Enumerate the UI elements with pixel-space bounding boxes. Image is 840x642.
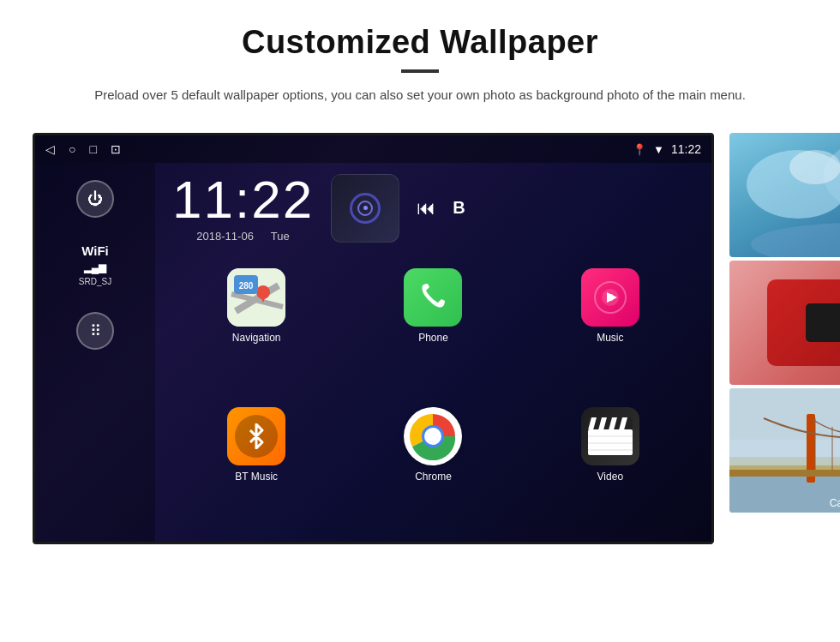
android-sidebar: ⏻ WiFi ▂▄▆ SRD_SJ ⠿ [35, 163, 155, 544]
wifi-status-icon: ▼ [653, 143, 664, 156]
content-area: ◁ ○ □ ⊡ 📍 ▼ 11:22 ⏻ WiFi ▂▄▆ SRD_SJ [0, 117, 840, 544]
prev-track-button[interactable]: ⏮ [417, 197, 435, 219]
video-label: Video [597, 471, 623, 483]
navigation-icon: 280 [227, 268, 285, 327]
phone-label: Phone [418, 332, 448, 344]
signal-ring-inner [357, 201, 373, 216]
svg-point-9 [607, 294, 614, 301]
power-button[interactable]: ⏻ [76, 180, 114, 218]
app-phone[interactable]: Phone [345, 261, 521, 400]
page-title: Customized Wallpaper [51, 24, 789, 61]
track-letter: B [453, 198, 465, 218]
signal-dot [363, 206, 368, 210]
title-divider [401, 69, 439, 73]
location-icon: 📍 [633, 143, 646, 156]
svg-text:280: 280 [239, 281, 254, 291]
nav-icons: ◁ ○ □ ⊡ [45, 142, 121, 156]
btmusic-label: BT Music [235, 471, 278, 483]
android-center: 11:22 2018-11-06 Tue [155, 163, 711, 544]
wifi-network: SRD_SJ [79, 277, 111, 286]
status-bar: ◁ ○ □ ⊡ 📍 ▼ 11:22 [35, 135, 711, 163]
clock-block: 11:22 2018-11-06 Tue [172, 173, 314, 243]
wallpaper-radio[interactable] [729, 261, 840, 385]
page-subtitle: Preload over 5 default wallpaper options… [94, 85, 746, 105]
bt-circle [235, 415, 278, 458]
clock-day: Tue [271, 230, 290, 243]
android-main: ⏻ WiFi ▂▄▆ SRD_SJ ⠿ 11:22 2018-11-06 [35, 163, 711, 544]
phone-icon [404, 268, 462, 327]
screenshot-icon[interactable]: ⊡ [111, 142, 121, 156]
svg-rect-18 [588, 429, 633, 455]
svg-rect-31 [729, 440, 840, 465]
back-icon[interactable]: ◁ [45, 142, 55, 156]
svg-point-12 [424, 428, 441, 445]
svg-rect-35 [729, 470, 840, 477]
chrome-label: Chrome [415, 471, 452, 483]
wifi-label: WiFi [79, 243, 111, 258]
android-screen: ◁ ○ □ ⊡ 📍 ▼ 11:22 ⏻ WiFi ▂▄▆ SRD_SJ [33, 133, 714, 544]
btmusic-icon [227, 407, 285, 465]
svg-rect-32 [729, 474, 840, 513]
navigation-label: Navigation [232, 332, 281, 344]
app-navigation[interactable]: 280 Navigation [168, 261, 345, 400]
music-label: Music [597, 332, 623, 344]
clock-date-value: 2018-11-06 [196, 230, 254, 243]
app-video[interactable]: Video [522, 400, 699, 539]
music-icon [581, 268, 639, 327]
recents-icon[interactable]: □ [89, 142, 96, 156]
svg-text:CarSetting: CarSetting [830, 497, 840, 509]
home-icon[interactable]: ○ [69, 142, 75, 156]
wifi-info: WiFi ▂▄▆ SRD_SJ [79, 243, 111, 286]
clock-area: 11:22 2018-11-06 Tue [155, 163, 711, 253]
apps-button[interactable]: ⠿ [76, 312, 114, 350]
status-right: 📍 ▼ 11:22 [633, 142, 701, 156]
wallpaper-bridge[interactable]: CarSetting [729, 388, 840, 513]
app-btmusic[interactable]: BT Music [168, 400, 345, 539]
chrome-icon [404, 407, 462, 465]
status-time: 11:22 [671, 142, 701, 156]
wifi-bars: ▂▄▆ [79, 261, 111, 273]
clock-date: 2018-11-06 Tue [172, 230, 314, 243]
clock-time: 11:22 [172, 173, 314, 226]
app-grid: 280 Navigation Phone [155, 253, 711, 544]
media-widget[interactable] [331, 174, 399, 243]
signal-ring [350, 193, 381, 224]
svg-point-26 [789, 150, 840, 184]
video-icon [581, 407, 639, 465]
page-header: Customized Wallpaper Preload over 5 defa… [0, 0, 840, 117]
app-music[interactable]: Music [522, 261, 699, 400]
app-chrome[interactable]: Chrome [345, 400, 521, 539]
wallpaper-thumbnails: CarSetting [729, 133, 840, 513]
wallpaper-ice[interactable] [729, 133, 840, 257]
